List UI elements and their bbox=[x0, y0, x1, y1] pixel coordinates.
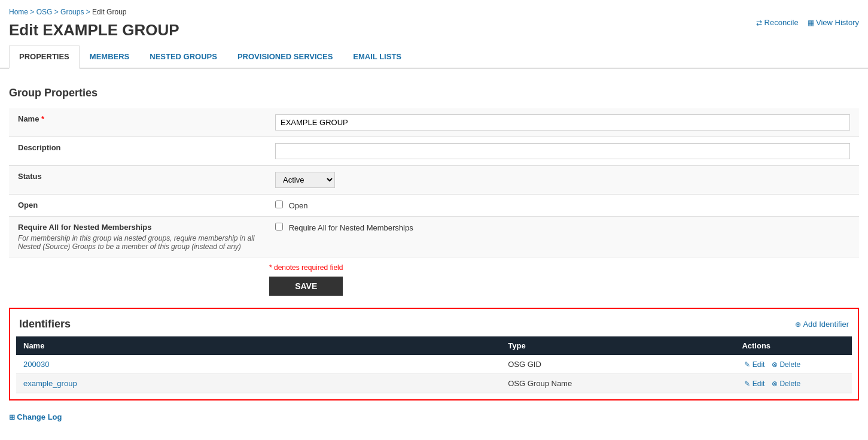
status-row: Status Active Inactive Pending bbox=[9, 166, 859, 195]
description-input[interactable] bbox=[275, 143, 850, 159]
page-title: Edit EXAMPLE GROUP bbox=[0, 19, 868, 45]
breadcrumb-groups[interactable]: Groups bbox=[60, 8, 84, 16]
identifier-type-2: OSG Group Name bbox=[501, 374, 735, 393]
change-log: Change Log bbox=[0, 406, 868, 427]
reconcile-icon bbox=[756, 18, 764, 27]
delete-button-1[interactable]: Delete bbox=[769, 359, 803, 370]
col-type-header: Type bbox=[501, 336, 735, 355]
open-row: Open Open bbox=[9, 195, 859, 217]
identifiers-title: Identifiers bbox=[19, 318, 71, 330]
status-label: Status bbox=[18, 172, 42, 181]
col-actions-header: Actions bbox=[735, 336, 852, 355]
name-input[interactable] bbox=[275, 114, 850, 131]
group-properties-section: Group Properties Name * Description bbox=[0, 81, 868, 302]
identifier-name-1: 200030 bbox=[16, 355, 501, 374]
open-label: Open bbox=[18, 201, 38, 210]
view-history-link[interactable]: View History bbox=[808, 18, 859, 27]
tab-members[interactable]: MEMBERS bbox=[80, 45, 139, 68]
top-actions: Reconcile View History bbox=[756, 18, 859, 27]
identifiers-header: Identifiers Add Identifier bbox=[16, 315, 852, 336]
pencil-icon-2 bbox=[744, 380, 752, 388]
breadcrumb: Home > OSG > Groups > Edit Group bbox=[0, 3, 868, 19]
description-label: Description bbox=[18, 143, 61, 152]
changelog-icon bbox=[9, 412, 17, 421]
change-log-link[interactable]: Change Log bbox=[9, 412, 62, 421]
delete-button-2[interactable]: Delete bbox=[769, 378, 803, 389]
delete-icon-1 bbox=[772, 360, 779, 369]
history-icon bbox=[808, 18, 816, 27]
nested-row: Require All for Nested Memberships For m… bbox=[9, 217, 859, 257]
identifier-name-link-2[interactable]: example_group bbox=[23, 379, 77, 388]
table-row: example_group OSG Group Name Edit Delete bbox=[16, 374, 852, 393]
properties-table: Name * Description Status bbox=[9, 108, 859, 257]
table-row: 200030 OSG GID Edit Delete bbox=[16, 355, 852, 374]
status-select[interactable]: Active Inactive Pending bbox=[275, 172, 335, 188]
identifiers-table: Name Type Actions 200030 OSG GID Edit De… bbox=[16, 336, 852, 393]
required-note: * denotes required field bbox=[269, 263, 343, 272]
group-properties-title: Group Properties bbox=[0, 81, 868, 108]
add-identifier-button[interactable]: Add Identifier bbox=[795, 320, 849, 329]
identifier-type-1: OSG GID bbox=[501, 355, 735, 374]
name-label: Name bbox=[18, 114, 39, 123]
open-checkbox-label[interactable]: Open bbox=[275, 201, 307, 210]
identifiers-section: Identifiers Add Identifier Name Type Act… bbox=[9, 308, 859, 400]
identifiers-table-header: Name Type Actions bbox=[16, 336, 852, 355]
col-name-header: Name bbox=[16, 336, 501, 355]
tab-email-lists[interactable]: EMAIL LISTS bbox=[343, 45, 412, 68]
nested-checkbox-label[interactable]: Require All for Nested Memberships bbox=[275, 223, 413, 232]
name-row: Name * bbox=[9, 108, 859, 137]
open-checkbox[interactable] bbox=[275, 201, 283, 208]
identifier-actions-1: Edit Delete bbox=[735, 355, 852, 374]
delete-icon-2 bbox=[772, 380, 779, 388]
nested-checkbox[interactable] bbox=[275, 223, 283, 230]
edit-button-1[interactable]: Edit bbox=[742, 359, 767, 370]
reconcile-link[interactable]: Reconcile bbox=[756, 18, 798, 27]
pencil-icon-1 bbox=[744, 360, 752, 369]
tab-nested-groups[interactable]: NESTED GROUPS bbox=[139, 45, 227, 68]
save-button[interactable]: SAVE bbox=[269, 277, 343, 296]
tab-properties[interactable]: PROPERTIES bbox=[9, 45, 80, 69]
breadcrumb-home[interactable]: Home bbox=[9, 8, 28, 16]
name-required: * bbox=[41, 114, 44, 123]
add-icon bbox=[795, 320, 803, 329]
breadcrumb-current: Edit Group bbox=[92, 8, 126, 16]
identifier-name-2: example_group bbox=[16, 374, 501, 393]
description-row: Description bbox=[9, 137, 859, 166]
edit-button-2[interactable]: Edit bbox=[742, 378, 767, 389]
tab-provisioned-services[interactable]: PROVISIONED SERVICES bbox=[227, 45, 343, 68]
nested-label: Require All for Nested Memberships bbox=[18, 223, 257, 232]
breadcrumb-osg[interactable]: OSG bbox=[36, 8, 53, 16]
identifier-actions-2: Edit Delete bbox=[735, 374, 852, 393]
identifier-name-link-1[interactable]: 200030 bbox=[23, 360, 49, 369]
tabs: PROPERTIES MEMBERS NESTED GROUPS PROVISI… bbox=[0, 45, 868, 69]
nested-description: For membership in this group via nested … bbox=[18, 234, 257, 251]
